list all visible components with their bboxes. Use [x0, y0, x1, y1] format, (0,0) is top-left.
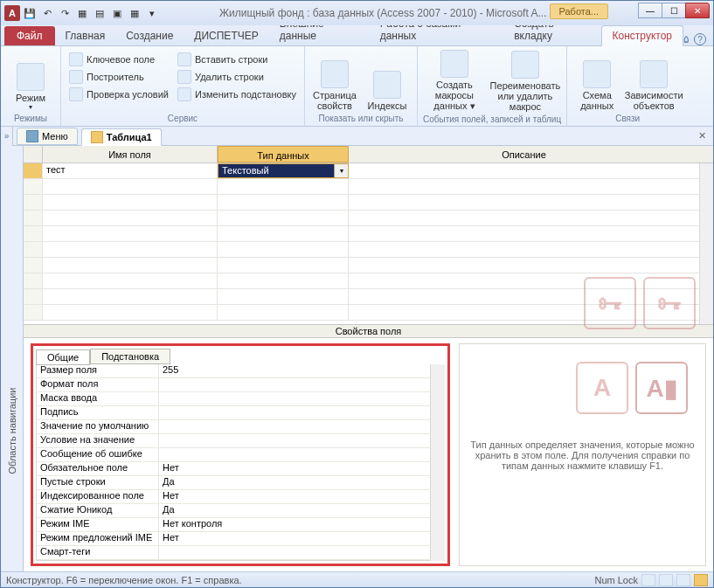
- property-value[interactable]: [159, 448, 430, 461]
- property-value[interactable]: [159, 392, 430, 405]
- indexes-button[interactable]: Индексы: [363, 48, 412, 113]
- property-value[interactable]: [159, 434, 430, 447]
- qat-icon-2[interactable]: ▤: [92, 5, 107, 21]
- property-row[interactable]: Маска ввода: [37, 392, 430, 406]
- grid-row[interactable]: [24, 242, 699, 258]
- nav-collapse-button[interactable]: »: [1, 127, 13, 146]
- property-row[interactable]: Значение по умолчанию: [37, 420, 430, 434]
- field-desc-cell[interactable]: [349, 163, 699, 178]
- row-selector[interactable]: [24, 163, 43, 178]
- rename-delete-macro-button[interactable]: Переименоватьили удалить макрос: [489, 48, 561, 114]
- property-value[interactable]: Нет контроля: [159, 518, 430, 531]
- qat-icon-4[interactable]: ▦: [127, 5, 142, 21]
- property-row[interactable]: Размер поля255: [37, 364, 430, 378]
- undo-icon[interactable]: ↶: [39, 5, 55, 21]
- property-value[interactable]: [159, 420, 430, 433]
- app-icon[interactable]: A: [4, 5, 20, 21]
- view-shortcut-icon[interactable]: [694, 574, 708, 586]
- property-value[interactable]: Да: [159, 504, 430, 517]
- main-area: Область навигации Имя поля Тип данных Оп…: [1, 146, 713, 571]
- object-dependencies-button[interactable]: Зависимостиобъектов: [625, 48, 683, 113]
- property-key: Условие на значение: [37, 434, 159, 447]
- field-name-cell[interactable]: тест: [43, 163, 218, 178]
- file-tab[interactable]: Файл: [4, 26, 55, 45]
- ribbon-tab[interactable]: Создание: [115, 26, 184, 45]
- property-value[interactable]: [159, 546, 430, 559]
- view-mode-button[interactable]: Режим ▾: [6, 48, 55, 113]
- col-header-desc[interactable]: Описание: [349, 146, 699, 163]
- close-button[interactable]: ✕: [685, 3, 710, 18]
- ribbon-tab-active[interactable]: Конструктор: [601, 25, 683, 46]
- property-row[interactable]: Подпись: [37, 406, 430, 420]
- property-value[interactable]: Нет: [159, 462, 430, 475]
- minimize-button[interactable]: —: [638, 3, 662, 18]
- ribbon-group-events: Создать макросыданных ▾ Переименоватьили…: [418, 46, 567, 126]
- property-value[interactable]: [159, 378, 430, 391]
- close-document-button[interactable]: ✕: [691, 130, 713, 142]
- property-row[interactable]: Обязательное полеНет: [37, 462, 430, 476]
- view-shortcut-icon[interactable]: [659, 574, 673, 586]
- save-icon[interactable]: 💾: [22, 5, 38, 21]
- grid-row[interactable]: [24, 258, 699, 273]
- insert-rows-button[interactable]: Вставить строки: [175, 52, 299, 67]
- minimize-ribbon-icon[interactable]: ۵: [683, 33, 689, 45]
- access-logo-icon: 🗝: [584, 277, 636, 329]
- property-value[interactable]: Нет: [159, 490, 430, 503]
- property-row[interactable]: Формат поля: [37, 378, 430, 392]
- qat-icon-3[interactable]: ▣: [109, 5, 125, 21]
- field-type-cell[interactable]: Текстовый ▾: [218, 163, 349, 178]
- row-selector-header: [24, 146, 43, 163]
- navigation-pane-collapsed[interactable]: Область навигации: [1, 146, 24, 571]
- redo-icon[interactable]: ↷: [57, 5, 73, 21]
- view-shortcut-icon[interactable]: [676, 574, 690, 586]
- vertical-scrollbar[interactable]: [699, 163, 713, 324]
- test-rules-button[interactable]: Проверка условий: [66, 86, 171, 102]
- grid-row[interactable]: [24, 195, 699, 211]
- builder-button[interactable]: Построитель: [66, 69, 171, 85]
- help-icon[interactable]: ?: [694, 33, 706, 45]
- property-row[interactable]: Сообщение об ошибке: [37, 448, 430, 462]
- property-sheet-button[interactable]: Страница свойств: [310, 48, 359, 113]
- insert-rows-label: Вставить строки: [195, 54, 267, 65]
- property-value[interactable]: Да: [159, 476, 430, 489]
- maximize-button[interactable]: ☐: [662, 3, 686, 18]
- property-row[interactable]: Режим предложений IMEНет: [37, 532, 430, 546]
- document-tab-table[interactable]: Таблица1: [81, 128, 162, 146]
- ribbon-tab[interactable]: ДИСПЕТЧЕР: [184, 26, 268, 45]
- property-value[interactable]: Нет: [159, 532, 430, 545]
- grid-row[interactable]: [24, 226, 699, 242]
- window-title: Жилищный фонд : база данных (Access 2007…: [219, 7, 538, 19]
- grid-row[interactable]: [24, 211, 699, 226]
- property-value[interactable]: 255: [159, 364, 430, 377]
- view-shortcut-icon[interactable]: [641, 574, 655, 586]
- create-data-macros-button[interactable]: Создать макросыданных ▾: [423, 48, 486, 114]
- property-tab-lookup[interactable]: Подстановка: [90, 349, 170, 364]
- grid-row-current[interactable]: тест Текстовый ▾: [24, 163, 699, 179]
- qat-icon-1[interactable]: ▦: [74, 5, 90, 21]
- properties-scrollbar[interactable]: [431, 364, 445, 561]
- modify-lookup-button[interactable]: Изменить подстановку: [175, 86, 299, 102]
- qat-dropdown-icon[interactable]: ▾: [144, 5, 160, 21]
- property-key: Смарт-теги: [37, 546, 159, 559]
- property-row[interactable]: Пустые строкиДа: [37, 476, 430, 490]
- property-row[interactable]: Режим IMEНет контроля: [37, 518, 430, 532]
- property-value[interactable]: [159, 406, 430, 419]
- property-row[interactable]: Сжатие ЮникодДа: [37, 504, 430, 518]
- grid-row[interactable]: [24, 179, 699, 195]
- group-label-events: События полей, записей и таблиц: [423, 114, 561, 125]
- document-tab-row: » Меню Таблица1 ✕: [1, 127, 713, 146]
- property-row[interactable]: Условие на значение: [37, 434, 430, 448]
- delete-rows-button[interactable]: Удалить строки: [175, 69, 299, 85]
- ribbon-group-show: Страница свойств Индексы Показать или ск…: [305, 46, 418, 126]
- col-header-name[interactable]: Имя поля: [43, 146, 218, 163]
- field-type-dropdown-icon[interactable]: ▾: [334, 164, 348, 177]
- ribbon-tab[interactable]: Главная: [55, 26, 116, 45]
- primary-key-button[interactable]: Ключевое поле: [66, 52, 171, 67]
- data-schema-button[interactable]: Схемаданных: [572, 48, 621, 113]
- property-tab-general[interactable]: Общие: [36, 349, 90, 365]
- document-tab-menu[interactable]: Меню: [17, 128, 78, 145]
- access-logo-icon: 🗝: [643, 277, 696, 329]
- col-header-type[interactable]: Тип данных: [218, 146, 349, 163]
- property-row[interactable]: Смарт-теги: [37, 546, 430, 560]
- property-row[interactable]: Индексированное полеНет: [37, 490, 430, 504]
